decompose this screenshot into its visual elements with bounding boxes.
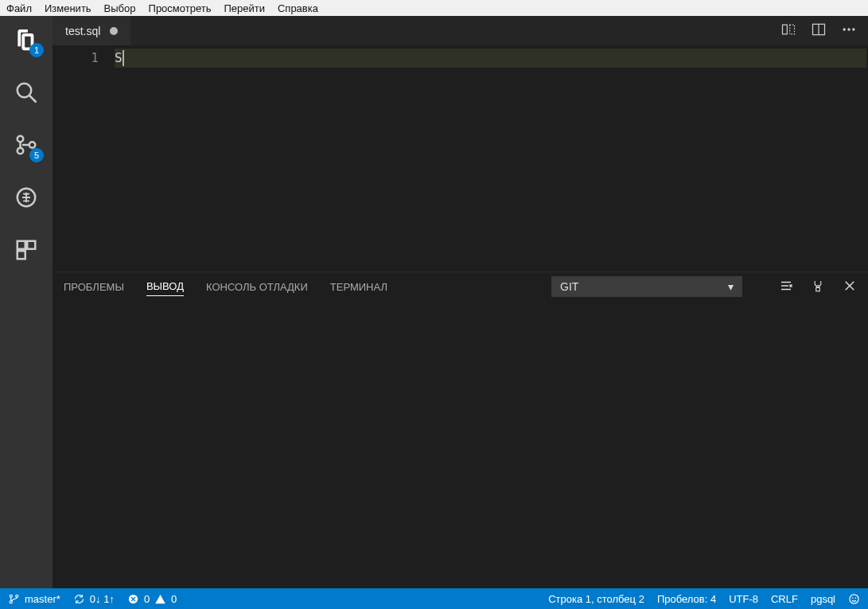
search-icon (14, 80, 38, 104)
svg-point-4 (29, 142, 36, 148)
status-indent[interactable]: Пробелов: 4 (657, 593, 716, 605)
smiley-icon (848, 593, 860, 605)
activity-explorer[interactable]: 1 (10, 24, 42, 56)
status-problems[interactable]: 0 0 (127, 593, 177, 605)
branch-name: master* (25, 593, 60, 605)
sync-icon (73, 593, 85, 605)
clear-icon (779, 279, 793, 293)
encoding-text: UTF-8 (729, 593, 758, 605)
menu-help[interactable]: Справка (271, 2, 325, 14)
svg-point-25 (10, 600, 12, 603)
panel-tab-terminal[interactable]: ТЕРМИНАЛ (330, 278, 387, 296)
svg-point-13 (843, 28, 846, 30)
menu-selection[interactable]: Выбор (98, 2, 142, 14)
tab-test-sql[interactable]: test.sql (53, 16, 130, 45)
menu-file[interactable]: Файл (0, 2, 38, 14)
chevron-down-icon: ▾ (728, 280, 734, 293)
code-content: S (115, 50, 123, 65)
sync-text: 0↓ 1↑ (90, 593, 115, 605)
svg-point-15 (852, 28, 854, 30)
svg-point-26 (16, 595, 18, 597)
split-icon (811, 21, 827, 37)
status-branch[interactable]: master* (8, 593, 60, 605)
diff-icon (780, 21, 796, 37)
svg-point-30 (850, 594, 858, 603)
panel-tab-problems[interactable]: ПРОБЛЕМЫ (64, 278, 124, 296)
activity-scm[interactable]: 5 (10, 129, 42, 161)
output-channel-select[interactable]: GIT ▾ (551, 276, 742, 297)
svg-point-3 (18, 148, 24, 154)
menu-view[interactable]: Просмотреть (142, 2, 218, 14)
status-bar: master* 0↓ 1↑ 0 0 Строка 1, столбец 2 Пр… (0, 588, 868, 609)
bottom-panel: ПРОБЛЕМЫ ВЫВОД КОНСОЛЬ ОТЛАДКИ ТЕРМИНАЛ … (53, 271, 868, 588)
error-icon (127, 593, 139, 605)
scroll-lock-button[interactable] (811, 279, 825, 295)
svg-rect-8 (18, 251, 25, 259)
svg-rect-7 (27, 241, 35, 249)
code-editor[interactable]: 1 S (53, 45, 868, 271)
svg-rect-10 (790, 25, 795, 34)
close-icon (843, 279, 857, 293)
lock-scroll-icon (811, 279, 825, 293)
compare-changes-button[interactable] (780, 21, 796, 41)
eol-text: CRLF (771, 593, 798, 605)
menu-bar: Файл Изменить Выбор Просмотреть Перейти … (0, 0, 868, 16)
svg-point-0 (18, 84, 32, 98)
status-position[interactable]: Строка 1, столбец 2 (548, 593, 644, 605)
close-panel-button[interactable] (843, 279, 857, 295)
activity-bar: 1 5 (0, 16, 53, 588)
svg-rect-6 (18, 241, 25, 249)
status-sync[interactable]: 0↓ 1↑ (73, 593, 115, 605)
panel-tab-debug-console[interactable]: КОНСОЛЬ ОТЛАДКИ (206, 278, 308, 296)
clear-output-button[interactable] (779, 279, 793, 295)
tab-title: test.sql (65, 25, 100, 37)
warning-count: 0 (171, 593, 177, 605)
indent-text: Пробелов: 4 (657, 593, 716, 605)
line-number: 1 (53, 49, 99, 68)
activity-search[interactable] (10, 76, 42, 108)
status-language[interactable]: pgsql (811, 593, 835, 605)
activity-extensions[interactable] (10, 234, 42, 266)
more-actions-button[interactable] (841, 21, 857, 41)
menu-go[interactable]: Перейти (217, 2, 271, 14)
explorer-badge: 1 (29, 43, 44, 57)
ellipsis-icon (841, 21, 857, 37)
line-gutter: 1 (53, 45, 115, 271)
svg-rect-9 (783, 25, 788, 34)
svg-point-2 (18, 136, 24, 142)
position-text: Строка 1, столбец 2 (548, 593, 644, 605)
panel-tab-output[interactable]: ВЫВОД (146, 277, 184, 296)
scm-badge: 5 (29, 148, 44, 162)
output-channel-value: GIT (560, 280, 578, 293)
extensions-icon (14, 238, 38, 262)
svg-point-14 (847, 28, 850, 30)
dirty-indicator-icon (110, 27, 118, 35)
branch-icon (8, 593, 20, 605)
text-cursor (123, 50, 124, 66)
error-count: 0 (144, 593, 150, 605)
svg-line-1 (29, 96, 37, 103)
status-eol[interactable]: CRLF (771, 593, 798, 605)
current-line-highlight (115, 49, 866, 68)
output-body[interactable] (53, 301, 868, 588)
editor-tabs: test.sql (53, 16, 868, 45)
svg-point-31 (852, 597, 854, 599)
status-feedback[interactable] (848, 593, 860, 605)
svg-point-24 (10, 595, 12, 597)
status-encoding[interactable]: UTF-8 (729, 593, 758, 605)
split-editor-button[interactable] (811, 21, 827, 41)
debug-disabled-icon (14, 185, 38, 209)
warning-icon (154, 593, 166, 605)
language-text: pgsql (811, 593, 835, 605)
activity-debug[interactable] (10, 182, 42, 213)
svg-point-32 (855, 597, 857, 599)
menu-edit[interactable]: Изменить (38, 2, 98, 14)
